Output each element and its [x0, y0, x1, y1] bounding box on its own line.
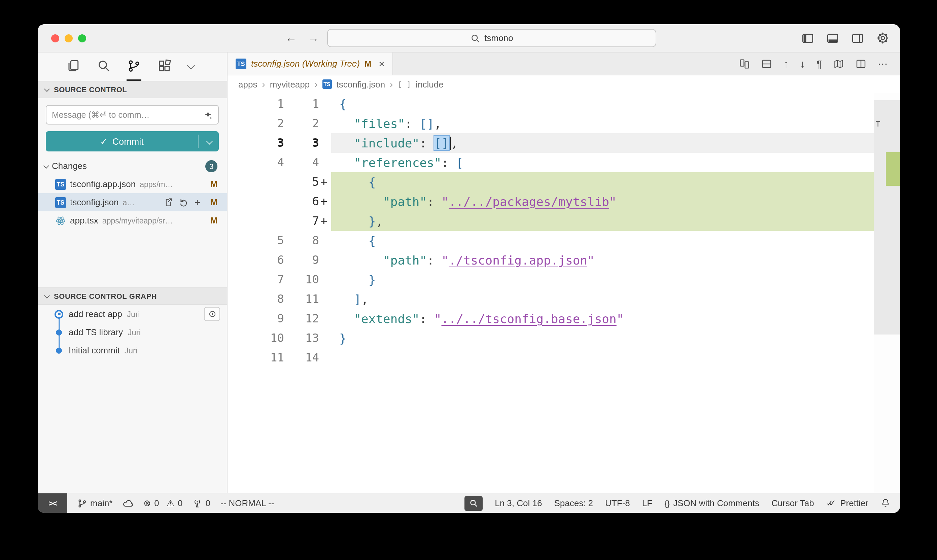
original-line-number: 11 — [228, 348, 284, 368]
chevron-down-icon[interactable] — [187, 52, 194, 81]
cursor-position[interactable]: Ln 3, Col 16 — [495, 498, 542, 508]
code-line[interactable]: 33 "include": [], — [228, 133, 900, 153]
code-line[interactable]: 811 ], — [228, 289, 900, 309]
encoding[interactable]: UTF-8 — [605, 498, 630, 508]
toggle-panel-icon[interactable] — [826, 32, 839, 44]
breadcrumb-separator: › — [314, 79, 317, 89]
added-line-marker — [319, 270, 331, 289]
discard-changes-icon[interactable] — [179, 198, 188, 207]
next-change-icon[interactable]: ↓ — [800, 58, 805, 69]
source-control-icon[interactable] — [126, 52, 142, 81]
breadcrumb-item[interactable]: include — [415, 79, 443, 89]
commit-dropdown-button[interactable] — [198, 131, 219, 151]
minimap[interactable]: T — [874, 93, 900, 493]
ports-indicator[interactable]: 0 — [193, 498, 210, 508]
extensions-icon[interactable] — [157, 52, 172, 81]
code-editor[interactable]: 11{22 "files": [],33 "include": [],44 "r… — [228, 93, 900, 493]
sparkle-icon[interactable] — [203, 110, 213, 120]
desktop: ← → tsmono — [0, 0, 937, 560]
remote-indicator[interactable]: >< — [38, 493, 67, 513]
file-row-tsconfig-app[interactable]: TS tsconfig.app.json apps/m… M — [38, 175, 227, 193]
source-control-graph-header[interactable]: SOURCE CONTROL GRAPH — [38, 288, 227, 305]
file-row-app-tsx[interactable]: app.tsx apps/myviteapp/sr… M — [38, 211, 227, 229]
commit-message-input[interactable]: Message (⌘⏎ to comm… — [46, 105, 219, 125]
previous-change-icon[interactable]: ↑ — [783, 58, 789, 69]
problems-indicator[interactable]: ⊗ 0 ⚠ 0 — [144, 498, 183, 508]
file-path: apps/myviteapp/sr… — [102, 216, 173, 225]
commit-button[interactable]: ✓ Commit — [46, 131, 219, 151]
formatter-indicator[interactable]: ✓✓ Prettier — [826, 498, 868, 508]
code-line[interactable]: 6+ "path": "../../packages/mytslib" — [228, 192, 900, 211]
toggle-secondary-sidebar-icon[interactable] — [851, 32, 864, 44]
commit-row[interactable]: add react app Juri — [38, 305, 227, 323]
inline-view-icon[interactable] — [761, 58, 772, 69]
added-line-marker — [319, 133, 331, 153]
source-control-header[interactable]: SOURCE CONTROL — [38, 81, 227, 98]
commit-row[interactable]: Initial commit Juri — [38, 341, 227, 359]
branch-indicator[interactable]: main* — [77, 498, 113, 508]
language-mode[interactable]: {} JSON with Comments — [665, 498, 759, 508]
commit-message: Initial commit — [69, 345, 120, 355]
minimap-slider[interactable] — [874, 100, 900, 334]
goto-ref-button[interactable] — [204, 307, 220, 321]
open-changes-icon[interactable] — [739, 58, 750, 69]
file-row-tsconfig[interactable]: TS tsconfig.json a… + M — [38, 193, 227, 211]
back-icon[interactable]: ← — [285, 31, 297, 45]
vim-mode-indicator[interactable]: -- NORMAL -- — [220, 498, 274, 508]
stage-file-icon[interactable]: + — [195, 197, 201, 207]
indentation[interactable]: Spaces: 2 — [554, 498, 593, 508]
changes-header[interactable]: Changes 3 — [38, 157, 227, 175]
split-editor-icon[interactable] — [855, 58, 866, 69]
code-token: { — [369, 175, 376, 189]
toggle-sidebar-icon[interactable] — [802, 32, 814, 44]
code-line[interactable]: 22 "files": [], — [228, 114, 900, 133]
code-link[interactable]: ../../tsconfig.base.json — [442, 312, 617, 326]
render-whitespace-icon[interactable]: ¶ — [817, 58, 822, 69]
code-line[interactable]: 69 "path": "./tsconfig.app.json" — [228, 251, 900, 270]
code-text: "include": [], — [331, 133, 900, 153]
typescript-file-icon: TS — [55, 197, 66, 208]
minimize-window-button[interactable] — [65, 34, 73, 42]
map-icon[interactable] — [833, 58, 844, 69]
forward-icon[interactable]: → — [308, 31, 319, 45]
code-line[interactable]: 1114 — [228, 348, 900, 368]
notifications-bell-icon[interactable] — [880, 498, 891, 508]
code-line[interactable]: 1013} — [228, 328, 900, 348]
settings-gear-icon[interactable] — [876, 32, 889, 45]
code-token: "files" — [354, 117, 405, 131]
code-link[interactable]: ./tsconfig.app.json — [449, 253, 587, 267]
breadcrumb-item[interactable]: apps — [238, 79, 257, 89]
titlebar: ← → tsmono — [38, 24, 900, 52]
code-line[interactable]: 5+ { — [228, 172, 900, 192]
code-line[interactable]: 7+ }, — [228, 211, 900, 231]
close-tab-icon[interactable]: × — [378, 58, 385, 69]
code-line[interactable]: 44 "references": [ — [228, 153, 900, 172]
command-center[interactable]: tsmono — [327, 29, 656, 47]
code-link[interactable]: ../../packages/mytslib — [449, 194, 609, 209]
code-token — [339, 155, 354, 169]
open-file-icon[interactable] — [163, 198, 173, 207]
tab-tsconfig-working-tree[interactable]: TS tsconfig.json (Working Tree) M × — [228, 52, 394, 75]
code-line[interactable]: 58 { — [228, 231, 900, 251]
explorer-icon[interactable] — [66, 52, 81, 81]
code-line[interactable]: 912 "extends": "../../tsconfig.base.json… — [228, 309, 900, 328]
breadcrumb-item[interactable]: myviteapp — [270, 79, 310, 89]
eol-sequence[interactable]: LF — [642, 498, 652, 508]
search-activity-icon[interactable] — [96, 52, 111, 81]
graph-title: SOURCE CONTROL GRAPH — [54, 292, 157, 300]
breadcrumb-item[interactable]: tsconfig.json — [337, 79, 385, 89]
commit-row[interactable]: add TS library Juri — [38, 323, 227, 341]
maximize-window-button[interactable] — [78, 34, 86, 42]
code-line[interactable]: 11{ — [228, 94, 900, 114]
cursor-tab-indicator[interactable]: Cursor Tab — [771, 498, 814, 508]
zoom-indicator[interactable] — [465, 496, 483, 511]
typescript-file-icon: TS — [55, 179, 66, 189]
code-token: " — [442, 253, 449, 267]
more-actions-icon[interactable]: ⋯ — [878, 58, 888, 69]
ports-count: 0 — [206, 498, 210, 508]
added-line-marker — [319, 231, 331, 251]
code-token: "extends" — [354, 312, 419, 326]
publish-cloud-icon[interactable] — [123, 498, 134, 509]
close-window-button[interactable] — [51, 34, 59, 42]
code-line[interactable]: 710 } — [228, 270, 900, 289]
